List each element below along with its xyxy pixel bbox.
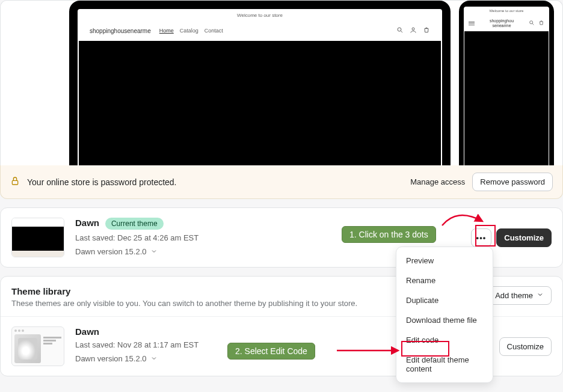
nav-contact[interactable]: Contact — [205, 28, 223, 34]
announcement-banner-mobile: Welcome to our store — [464, 7, 549, 15]
account-icon[interactable] — [410, 26, 417, 35]
svg-point-0 — [398, 28, 401, 31]
annotation-step2: 2. Select Edit Code — [227, 343, 315, 360]
theme-thumbnail — [11, 218, 64, 257]
site-title-mobile: shoppinghou senearme — [478, 19, 525, 28]
search-icon[interactable] — [529, 20, 535, 26]
menu-preview[interactable]: Preview — [396, 251, 493, 271]
menu-rename[interactable]: Rename — [396, 271, 493, 290]
annotation-step1: 1. Click on the 3 dots — [342, 226, 436, 243]
mobile-body — [464, 31, 549, 165]
theme-thumbnail — [11, 326, 64, 366]
product-image-placeholder — [14, 334, 41, 363]
password-protection-bar: Your online store is password protected.… — [0, 165, 563, 199]
site-title: shoppinghousenearme — [90, 28, 151, 34]
svg-rect-5 — [12, 180, 17, 185]
site-header: shoppinghousenearme Home Catalog Contact — [78, 22, 442, 41]
site-title-line2: senearme — [492, 23, 511, 28]
header-icons — [396, 26, 430, 35]
mobile-screen: Welcome to our store shoppinghou senearm… — [464, 7, 549, 165]
nav-catalog[interactable]: Catalog — [180, 28, 198, 34]
theme-name: Dawn — [75, 326, 99, 337]
device-previews: Welcome to our store shoppinghousenearme… — [9, 1, 554, 165]
menu-duplicate[interactable]: Duplicate — [396, 290, 493, 310]
theme-actions: ••• Customize — [471, 228, 552, 247]
nav-links: Home Catalog Contact — [159, 28, 223, 34]
version-text: Dawn version 15.2.0 — [75, 247, 147, 256]
theme-preview-card: Welcome to our store shoppinghousenearme… — [0, 0, 563, 165]
menu-edit-content[interactable]: Edit default theme content — [396, 350, 493, 379]
menu-edit-code[interactable]: Edit code — [396, 330, 493, 350]
theme-name: Dawn — [75, 218, 99, 228]
chevron-down-icon — [150, 355, 158, 364]
site-body — [79, 41, 441, 165]
theme-actions-menu: Preview Rename Duplicate Download theme … — [396, 247, 493, 383]
version-text: Dawn version 15.2.0 — [75, 354, 147, 363]
mobile-preview: Welcome to our store shoppinghou senearm… — [459, 1, 554, 165]
lock-icon — [10, 176, 20, 188]
manage-access-link[interactable]: Manage access — [410, 177, 465, 186]
svg-line-1 — [401, 31, 403, 33]
announcement-banner: Welcome to our store — [78, 9, 442, 22]
cart-icon[interactable] — [538, 20, 544, 26]
add-theme-label: Add theme — [495, 291, 533, 300]
more-actions-button[interactable]: ••• — [471, 228, 492, 247]
chevron-down-icon — [150, 248, 158, 257]
theme-actions: Customize — [499, 337, 552, 356]
mobile-header-icons — [529, 20, 544, 26]
hamburger-icon[interactable] — [469, 20, 475, 26]
remove-password-button[interactable]: Remove password — [472, 173, 553, 191]
nav-home[interactable]: Home — [159, 28, 174, 34]
desktop-preview: Welcome to our store shoppinghousenearme… — [69, 1, 451, 165]
cart-icon[interactable] — [423, 26, 430, 35]
customize-button[interactable]: Customize — [496, 228, 552, 247]
password-text: Your online store is password protected. — [27, 177, 403, 187]
mobile-header: shoppinghou senearme — [464, 15, 549, 31]
customize-button[interactable]: Customize — [499, 337, 552, 356]
desktop-screen: Welcome to our store shoppinghousenearme… — [78, 9, 442, 165]
chevron-down-icon — [537, 291, 544, 300]
add-theme-button[interactable]: Add theme — [487, 286, 552, 305]
menu-download[interactable]: Download theme file — [396, 310, 493, 330]
svg-line-4 — [532, 23, 534, 25]
site-title-line1: shoppinghou — [490, 19, 514, 23]
svg-point-3 — [530, 21, 533, 24]
svg-point-2 — [412, 28, 414, 30]
search-icon[interactable] — [396, 26, 404, 35]
current-theme-badge: Current theme — [105, 218, 164, 230]
